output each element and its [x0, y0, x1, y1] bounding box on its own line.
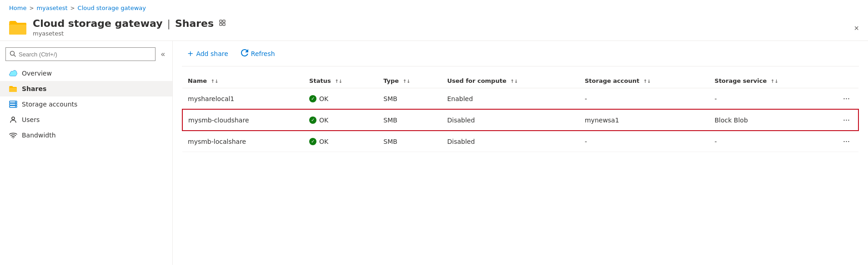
header-title-block: Cloud storage gateway | Shares myasetest	[33, 18, 226, 37]
search-input-wrap	[5, 47, 156, 61]
table-row[interactable]: mysmb-cloudshare✓OKSMBDisabledmynewsa1Bl…	[182, 109, 858, 131]
cell-status: ✓OK	[304, 88, 378, 110]
header-title-sep: |	[167, 18, 170, 29]
pin-icon[interactable]	[218, 19, 226, 29]
cell-type: SMB	[378, 131, 442, 152]
refresh-button[interactable]: Refresh	[236, 46, 281, 61]
header-title-main: Cloud storage gateway	[33, 18, 162, 29]
breadcrumb: Home > myasetest > Cloud storage gateway	[0, 0, 868, 16]
page-header: Cloud storage gateway | Shares myasetest…	[0, 16, 868, 41]
wifi-icon	[9, 131, 17, 139]
breadcrumb-current[interactable]: Cloud storage gateway	[78, 5, 146, 11]
cell-storage-service: -	[709, 88, 835, 110]
cell-actions: ···	[835, 88, 858, 110]
sort-icon-storage-service: ↑↓	[771, 79, 778, 84]
cell-type: SMB	[378, 109, 442, 131]
cell-status: ✓OK	[304, 109, 378, 131]
search-input[interactable]	[19, 51, 151, 58]
col-actions	[835, 74, 858, 88]
search-icon	[10, 51, 16, 58]
storage-icon	[9, 100, 17, 108]
svg-rect-4	[220, 23, 222, 25]
sidebar-item-shares[interactable]: Shares	[0, 81, 172, 96]
cell-name: mysharelocal1	[182, 88, 304, 110]
sort-icon-storage-account: ↑↓	[643, 79, 651, 84]
sort-icon-type: ↑↓	[403, 79, 411, 84]
plus-icon: +	[187, 49, 193, 58]
sidebar-item-storage-accounts[interactable]: Storage accounts	[0, 96, 172, 112]
more-button[interactable]: ···	[840, 136, 853, 147]
refresh-label: Refresh	[251, 50, 275, 57]
cell-storage-service: -	[709, 131, 835, 152]
cloud-icon	[9, 69, 17, 77]
sort-icon-name: ↑↓	[211, 79, 219, 84]
cell-used-for-compute: Disabled	[442, 109, 579, 131]
cell-storage-service: Block Blob	[709, 109, 835, 131]
main-layout: « Overview Shar	[0, 41, 868, 265]
sidebar-item-bandwidth[interactable]: Bandwidth	[0, 127, 172, 143]
sort-icon-compute: ↑↓	[510, 79, 518, 84]
breadcrumb-home[interactable]: Home	[9, 5, 26, 11]
cell-used-for-compute: Disabled	[442, 131, 579, 152]
user-icon	[9, 116, 17, 124]
svg-point-14	[15, 104, 16, 105]
breadcrumb-sep1: >	[29, 5, 34, 11]
breadcrumb-resource[interactable]: myasetest	[36, 5, 67, 11]
header-title: Cloud storage gateway | Shares	[33, 18, 226, 29]
collapse-button[interactable]: «	[159, 48, 167, 60]
cell-name: mysmb-localshare	[182, 131, 304, 152]
cell-storage-account: mynewsa1	[579, 109, 709, 131]
table-header-row: Name ↑↓ Status ↑↓ Type ↑↓ Used for com	[182, 74, 858, 88]
more-button[interactable]: ···	[840, 114, 853, 126]
col-status[interactable]: Status ↑↓	[304, 74, 378, 88]
more-button[interactable]: ···	[840, 93, 853, 104]
sort-icon-status: ↑↓	[335, 79, 342, 84]
cell-storage-account: -	[579, 131, 709, 152]
cell-storage-account: -	[579, 88, 709, 110]
sidebar-item-users[interactable]: Users	[0, 112, 172, 127]
svg-rect-2	[220, 20, 222, 22]
folder-icon	[9, 85, 17, 93]
col-type[interactable]: Type ↑↓	[378, 74, 442, 88]
svg-point-17	[13, 137, 14, 138]
svg-rect-1	[9, 25, 26, 35]
cell-actions: ···	[835, 109, 858, 131]
svg-point-15	[15, 106, 16, 107]
search-row: «	[0, 46, 172, 63]
toolbar: + Add share Refresh	[182, 46, 859, 66]
svg-rect-5	[223, 23, 225, 25]
add-share-label: Add share	[196, 50, 228, 57]
cell-type: SMB	[378, 88, 442, 110]
sidebar-item-overview[interactable]: Overview	[0, 66, 172, 81]
col-name[interactable]: Name ↑↓	[182, 74, 304, 88]
sidebar-item-shares-label: Shares	[22, 85, 46, 92]
content-area: + Add share Refresh N	[173, 41, 868, 265]
svg-rect-9	[9, 88, 17, 92]
resource-icon	[9, 19, 27, 36]
header-subtitle: myasetest	[33, 30, 226, 37]
sidebar-item-overview-label: Overview	[22, 70, 52, 77]
shares-table: Name ↑↓ Status ↑↓ Type ↑↓ Used for com	[182, 74, 859, 152]
cell-name: mysmb-cloudshare	[182, 109, 304, 131]
sidebar-item-bandwidth-label: Bandwidth	[22, 132, 56, 139]
svg-line-7	[14, 55, 16, 56]
page-container: Home > myasetest > Cloud storage gateway…	[0, 0, 868, 274]
col-storage-account[interactable]: Storage account ↑↓	[579, 74, 709, 88]
sidebar-item-users-label: Users	[22, 116, 40, 123]
cell-status: ✓OK	[304, 131, 378, 152]
refresh-icon	[241, 49, 248, 58]
sidebar: « Overview Shar	[0, 41, 173, 265]
breadcrumb-sep2: >	[70, 5, 75, 11]
close-button[interactable]: ×	[854, 24, 859, 33]
svg-point-16	[12, 117, 15, 120]
svg-rect-3	[223, 20, 225, 22]
table-row[interactable]: mysharelocal1✓OKSMBEnabled--···	[182, 88, 858, 110]
col-used-for-compute[interactable]: Used for compute ↑↓	[442, 74, 579, 88]
svg-point-13	[15, 101, 16, 102]
header-title-section: Shares	[175, 18, 214, 29]
sidebar-item-storage-accounts-label: Storage accounts	[22, 101, 77, 108]
table-row[interactable]: mysmb-localshare✓OKSMBDisabled--···	[182, 131, 858, 152]
col-storage-service[interactable]: Storage service ↑↓	[709, 74, 835, 88]
cell-used-for-compute: Enabled	[442, 88, 579, 110]
add-share-button[interactable]: + Add share	[182, 46, 234, 61]
